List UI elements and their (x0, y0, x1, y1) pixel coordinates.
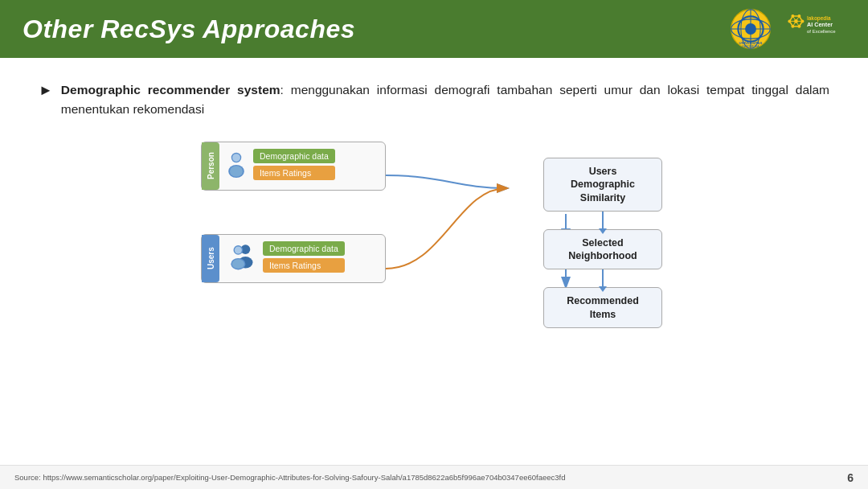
svg-text:INDONESIA: INDONESIA (742, 44, 760, 48)
footer: Source: https://www.semanticscholar.org/… (0, 465, 868, 489)
users-demographic-similarity-box: Users Demographic Similarity (543, 158, 662, 212)
term-bold: Demographic recommender system (61, 83, 280, 97)
users-data-buttons: Demographic data Items Ratings (263, 241, 345, 273)
svg-point-29 (230, 166, 243, 176)
ui-logo-icon: UNIVERSITAS INDONESIA (730, 8, 772, 50)
svg-point-34 (235, 246, 242, 253)
svg-text:of Excellence: of Excellence (807, 29, 836, 34)
lakopedia-logo-icon: lakopedia AI Center of Excellence (781, 8, 845, 50)
header-bar: Other RecSys Approaches UNIVERSITAS INDO… (0, 0, 868, 58)
person-panel: Person Demographic data Items Ratings (201, 142, 386, 191)
diagram: Person Demographic data Items Ratings (201, 134, 667, 318)
bullet-arrow-icon: ► (39, 82, 53, 99)
connector-2 (602, 269, 604, 287)
users-label: Users (202, 235, 219, 282)
selected-neighborhood-box: Selected Neighborhood (543, 229, 662, 270)
svg-point-28 (232, 154, 240, 162)
diagram-container: Person Demographic data Items Ratings (39, 134, 829, 318)
users-row: Demographic data Items Ratings (224, 241, 379, 273)
person-avatar-icon (224, 151, 248, 179)
logos-container: UNIVERSITAS INDONESIA lakopedia AI Cente… (730, 8, 845, 50)
person-row: Demographic data Items Ratings (224, 149, 379, 180)
svg-text:AI Center: AI Center (807, 21, 833, 28)
users-demo-btn: Demographic data (263, 241, 345, 256)
recommended-items-box: Recommended Items (543, 287, 662, 328)
connector-1 (602, 212, 604, 229)
users-avatar-icon (224, 242, 258, 273)
person-ratings-btn: Items Ratings (253, 166, 335, 180)
person-data-buttons: Demographic data Items Ratings (253, 149, 335, 180)
right-boxes: Users Demographic Similarity Selected Ne… (538, 158, 667, 328)
person-label: Person (202, 142, 219, 190)
bullet-text: Demographic recommender system: mengguna… (61, 80, 829, 119)
users-panel: Users Demographic data (201, 234, 386, 283)
bullet-section: ► Demographic recommender system: menggu… (39, 80, 829, 119)
footer-page-number: 6 (847, 471, 854, 484)
footer-source-text: Source: https://www.semanticscholar.org/… (14, 473, 565, 482)
svg-point-35 (232, 259, 244, 269)
person-demo-btn: Demographic data (253, 149, 335, 163)
slide-title: Other RecSys Approaches (23, 14, 355, 44)
main-content: ► Demographic recommender system: menggu… (0, 58, 868, 331)
users-ratings-btn: Items Ratings (263, 258, 345, 273)
